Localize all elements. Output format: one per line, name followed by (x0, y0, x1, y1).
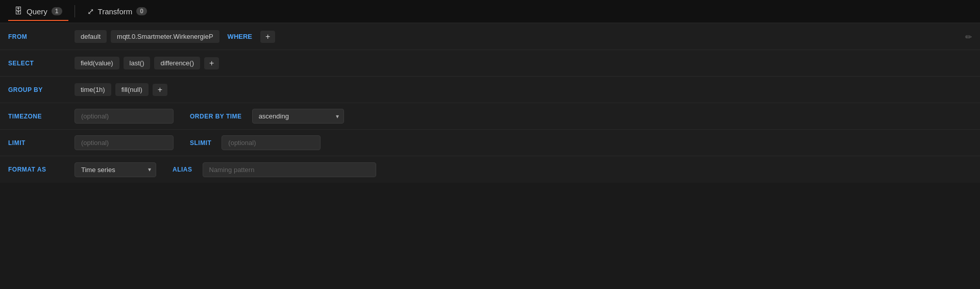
alias-input[interactable] (203, 162, 376, 177)
format-as-wrapper: Time series Table Logs (75, 162, 156, 177)
limit-content: SLIMIT (75, 135, 972, 150)
format-as-select[interactable]: Time series Table Logs (75, 162, 156, 177)
tab-transform-label: Transform (98, 7, 133, 16)
limit-row: LIMIT SLIMIT (0, 130, 980, 156)
format-as-content: Time series Table Logs ALIAS (75, 162, 972, 177)
select-difference-pill[interactable]: difference() (154, 57, 200, 69)
where-button[interactable]: WHERE (224, 30, 256, 43)
query-builder: FROM default mqtt.0.Smartmeter.Wirkenerg… (0, 23, 980, 183)
from-default-pill[interactable]: default (75, 30, 107, 43)
from-row: FROM default mqtt.0.Smartmeter.Wirkenerg… (0, 23, 980, 50)
group-by-label: GROUP BY (8, 86, 75, 93)
tab-query[interactable]: 🗄 Query 1 (8, 3, 68, 20)
select-content: field(value) last() difference() + (75, 57, 972, 69)
tab-query-label: Query (27, 7, 47, 16)
tab-bar: 🗄 Query 1 ⤢ Transform 0 (0, 0, 980, 23)
slimit-input[interactable] (222, 135, 321, 150)
select-row: SELECT field(value) last() difference() … (0, 50, 980, 77)
timezone-content: ORDER BY TIME ascending descending (75, 109, 972, 124)
tab-transform-badge: 0 (136, 7, 147, 15)
tab-divider (75, 5, 75, 17)
limit-input[interactable] (75, 135, 174, 150)
select-last-pill[interactable]: last() (124, 57, 151, 69)
from-measurement-pill[interactable]: mqtt.0.Smartmeter.WirkenergieP (111, 30, 219, 43)
alias-label: ALIAS (173, 166, 192, 173)
group-by-time-pill[interactable]: time(1h) (75, 83, 111, 96)
database-icon: 🗄 (14, 7, 22, 16)
tab-transform[interactable]: ⤢ Transform 0 (81, 3, 153, 20)
from-content: default mqtt.0.Smartmeter.WirkenergieP W… (75, 30, 972, 43)
format-as-row: FORMAT AS Time series Table Logs ALIAS (0, 156, 980, 183)
select-field-pill[interactable]: field(value) (75, 57, 119, 69)
slimit-label: SLIMIT (190, 139, 211, 147)
order-by-time-wrapper: ascending descending (252, 109, 344, 124)
select-label: SELECT (8, 60, 75, 67)
order-by-time-select[interactable]: ascending descending (252, 109, 344, 124)
group-by-add-button[interactable]: + (153, 84, 167, 96)
group-by-fill-pill[interactable]: fill(null) (115, 83, 149, 96)
from-add-button[interactable]: + (260, 31, 275, 43)
group-by-content: time(1h) fill(null) + (75, 83, 972, 96)
limit-label: LIMIT (8, 139, 75, 147)
format-as-label: FORMAT AS (8, 166, 75, 173)
timezone-input[interactable] (75, 109, 174, 124)
timezone-row: TIMEZONE ORDER BY TIME ascending descend… (0, 103, 980, 130)
group-by-row: GROUP BY time(1h) fill(null) + (0, 77, 980, 103)
transform-icon: ⤢ (87, 7, 94, 16)
select-add-button[interactable]: + (204, 57, 219, 69)
order-by-time-label: ORDER BY TIME (190, 113, 242, 120)
tab-query-badge: 1 (52, 7, 62, 15)
timezone-label: TIMEZONE (8, 113, 75, 120)
from-label: FROM (8, 33, 75, 40)
edit-query-button[interactable]: ✏ (965, 32, 972, 41)
